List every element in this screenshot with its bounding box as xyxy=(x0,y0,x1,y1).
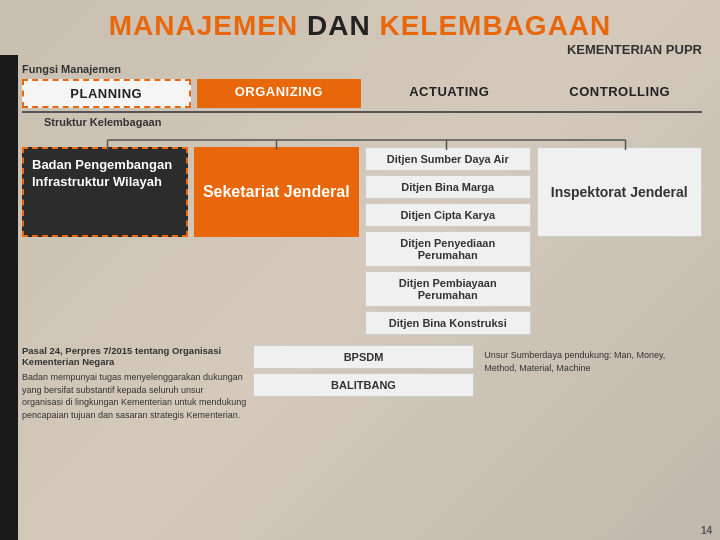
struktur-label: Struktur Kelembagaan xyxy=(22,111,702,130)
pasal-text: Pasal 24, Perpres 7/2015 tentang Organis… xyxy=(22,345,247,367)
bpsdm-box: BPSDM xyxy=(253,345,475,369)
column-headers: PLANNING ORGANIZING ACTUATING CONTROLLIN… xyxy=(0,77,720,108)
ditjen-pp-box: Ditjen Penyediaan Perumahan xyxy=(365,231,531,267)
fungsi-label: Fungsi Manajemen xyxy=(0,61,720,77)
inspektorat-box: Inspektorat Jenderal xyxy=(537,147,703,237)
bottom-left-section: Pasal 24, Perpres 7/2015 tentang Organis… xyxy=(22,345,247,421)
ditjen-bm-box: Ditjen Bina Marga xyxy=(365,175,531,199)
title-part2: DAN xyxy=(307,10,379,41)
ditjen-ck-box: Ditjen Cipta Karya xyxy=(365,203,531,227)
col-actuating-header: ACTUATING xyxy=(367,79,532,108)
badan-desc: Badan mempunyai tugas menyelenggarakan d… xyxy=(22,371,247,421)
title-part1: MANAJEMEN xyxy=(109,10,298,41)
bottom-area: Pasal 24, Perpres 7/2015 tentang Organis… xyxy=(0,339,720,421)
page-number: 14 xyxy=(701,525,712,536)
unsur-box: Unsur Sumberdaya pendukung: Man, Money, … xyxy=(480,345,702,378)
connectors xyxy=(22,130,702,145)
main-content: MANAJEMEN DAN KELEMBAGAAN KEMENTERIAN PU… xyxy=(0,0,720,540)
balitbang-box: BALITBANG xyxy=(253,373,475,397)
col-organizing-header: ORGANIZING xyxy=(197,79,362,108)
seketariat-box: Seketariat Jenderal xyxy=(194,147,360,237)
main-boxes: Badan Pengembangan Infrastruktur Wilayah… xyxy=(0,147,720,335)
badan-box: Badan Pengembangan Infrastruktur Wilayah xyxy=(22,147,188,237)
planning-column: Badan Pengembangan Infrastruktur Wilayah xyxy=(22,147,188,335)
col-controlling-header: CONTROLLING xyxy=(538,79,703,108)
main-title: MANAJEMEN DAN KELEMBAGAAN xyxy=(0,10,720,42)
title-part3: KELEMBAGAAN xyxy=(379,10,611,41)
bottom-controlling-col: Unsur Sumberdaya pendukung: Man, Money, … xyxy=(480,345,702,421)
col-planning-header: PLANNING xyxy=(22,79,191,108)
ditjen-pembiayaan-box: Ditjen Pembiayaan Perumahan xyxy=(365,271,531,307)
controlling-column: Inspektorat Jenderal xyxy=(537,147,703,335)
ditjen-bk-box: Ditjen Bina Konstruksi xyxy=(365,311,531,335)
actuating-column: Ditjen Sumber Daya Air Ditjen Bina Marga… xyxy=(365,147,531,335)
left-bar xyxy=(0,55,18,540)
bottom-right-section: BPSDM BALITBANG Unsur Sumberdaya penduku… xyxy=(253,345,702,421)
ditjen-sda-box: Ditjen Sumber Daya Air xyxy=(365,147,531,171)
connector-svg xyxy=(22,130,702,150)
bottom-actuating-col: BPSDM BALITBANG xyxy=(253,345,475,421)
header-subtitle: KEMENTERIAN PUPR xyxy=(0,42,720,57)
organizing-column: Seketariat Jenderal xyxy=(194,147,360,335)
header: MANAJEMEN DAN KELEMBAGAAN KEMENTERIAN PU… xyxy=(0,0,720,61)
